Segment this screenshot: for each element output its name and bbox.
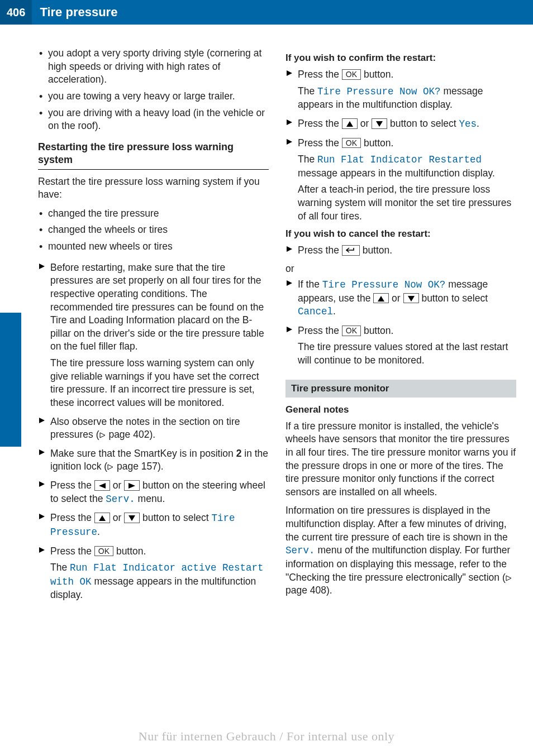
svg-marker-18 <box>287 280 292 286</box>
display-message: Tire Pressure Now OK? <box>317 86 441 97</box>
xref-icon <box>99 428 106 442</box>
follow-text: The <box>298 154 317 165</box>
page-header: 406 Tire pressure <box>0 0 533 25</box>
step-text: Before restarting, make sure that the ti… <box>50 262 264 352</box>
triangle-icon <box>39 418 45 423</box>
step-item: Press the OK button. The Run Flat Indica… <box>285 137 516 223</box>
triangle-icon <box>287 70 292 76</box>
step-text: button to select <box>419 293 488 304</box>
step-text: or <box>110 480 124 491</box>
svg-marker-5 <box>39 481 45 487</box>
up-arrow-button-icon <box>373 293 389 304</box>
heading-confirm: If you wish to confirm the restart: <box>285 52 516 64</box>
triangle-icon <box>39 264 45 269</box>
menu-name: Serv. <box>106 494 135 505</box>
down-arrow-button-icon <box>372 118 387 129</box>
svg-marker-16 <box>287 139 292 145</box>
display-message: Yes <box>459 118 477 130</box>
svg-marker-12 <box>287 70 292 76</box>
watermark: Nur für internen Gebrauch / For internal… <box>0 729 533 744</box>
cancel-step-list-2: If the Tire Pressure Now OK? message app… <box>285 278 516 367</box>
step-text: . <box>333 305 336 317</box>
step-text: or <box>110 512 124 523</box>
step-text: Press the <box>298 137 342 149</box>
step-item: Press the OK button. The Tire Pressure N… <box>285 68 516 112</box>
step-follow: The tire pressure loss warning system ca… <box>50 357 269 410</box>
svg-marker-8 <box>39 514 45 519</box>
p2-text: Information on tire pressures is display… <box>285 505 508 542</box>
list-item: you are driving with a heavy load (in th… <box>38 107 269 133</box>
step-item: Press the or button to select Yes. <box>285 117 516 131</box>
step-text: Press the <box>50 512 94 523</box>
back-button-icon <box>342 245 360 256</box>
step-text: button to select <box>140 512 211 523</box>
right-column: If you wish to confirm the restart: Pres… <box>285 47 516 607</box>
svg-marker-10 <box>129 515 135 521</box>
step-list: Before restarting, make sure that the ti… <box>38 261 269 602</box>
svg-marker-15 <box>376 121 383 127</box>
list-item: changed the wheels or tires <box>38 223 269 237</box>
step-text: or <box>389 293 403 304</box>
list-item: you adopt a very sporty driving style (c… <box>38 47 269 87</box>
step-follow: After a teach-in period, the tire pressu… <box>298 183 516 223</box>
step-text: button. <box>361 325 393 336</box>
confirm-step-list: Press the OK button. The Tire Pressure N… <box>285 68 516 223</box>
ok-button-icon: OK <box>342 138 361 149</box>
step-text: Make sure that the SmartKey is in positi… <box>50 448 236 459</box>
step-text: button. <box>361 137 393 149</box>
triangle-icon <box>287 246 292 252</box>
svg-marker-19 <box>378 296 384 302</box>
step-text: button. <box>361 69 393 80</box>
triangle-icon <box>39 481 45 487</box>
list-item: mounted new wheels or tires <box>38 240 269 253</box>
restart-bullet-list: changed the tire pressure changed the wh… <box>38 207 269 253</box>
page-number: 406 <box>0 0 32 25</box>
cancel-step-list: Press the button. <box>285 244 516 257</box>
content-area: you adopt a very sporty driving style (c… <box>0 25 533 607</box>
step-follow: The tire pressure values stored at the l… <box>298 341 516 367</box>
follow-text: message appears in the multifunction dis… <box>298 168 495 179</box>
step-text: button to select <box>387 118 459 129</box>
svg-marker-11 <box>39 547 45 553</box>
follow-text: The <box>50 562 70 573</box>
step-text: menu. <box>135 493 165 504</box>
svg-marker-4 <box>108 465 113 470</box>
step-item: Press the OK button. The tire pressure v… <box>285 324 516 367</box>
step-item: Press the button. <box>285 244 516 257</box>
triangle-icon <box>39 449 45 455</box>
xref-icon <box>506 571 512 585</box>
svg-marker-0 <box>39 264 45 269</box>
svg-marker-3 <box>39 449 45 455</box>
heading-cancel: If you wish to cancel the restart: <box>285 228 516 240</box>
step-text: Press the <box>298 118 342 129</box>
step-item: Press the OK button. The Run Flat Indica… <box>38 545 269 602</box>
xref-icon <box>107 460 114 473</box>
general-p1: If a tire pressure monitor is installed,… <box>285 420 516 499</box>
svg-marker-6 <box>99 483 106 489</box>
step-text: page 402). <box>106 429 156 440</box>
right-arrow-button-icon <box>124 480 140 491</box>
triangle-icon <box>287 327 292 332</box>
svg-marker-21 <box>287 327 292 332</box>
step-follow: The Run Flat Indicator Restarted message… <box>298 153 516 180</box>
list-item: you are towing a very heavy or large tra… <box>38 90 269 103</box>
side-label: Wheels and tires <box>4 349 19 447</box>
svg-marker-9 <box>99 515 106 521</box>
svg-marker-1 <box>39 418 45 423</box>
svg-marker-14 <box>346 121 353 127</box>
step-bold: 2 <box>236 448 242 459</box>
triangle-icon <box>39 547 45 553</box>
step-item: Also observe the notes in the section on… <box>38 415 269 442</box>
step-item: If the Tire Pressure Now OK? message app… <box>285 278 516 319</box>
follow-text: The <box>298 85 317 97</box>
ok-button-icon: OK <box>94 546 113 557</box>
step-text: button. <box>360 245 392 256</box>
svg-marker-7 <box>129 483 135 489</box>
display-message: Cancel <box>298 306 333 317</box>
step-item: Make sure that the SmartKey is in positi… <box>38 447 269 473</box>
down-arrow-button-icon <box>124 513 140 523</box>
display-message: Run Flat Indicator Restarted <box>317 154 482 165</box>
step-text: Press the <box>298 245 342 256</box>
p2-text: menu of the multifunction display. For f… <box>285 544 510 582</box>
triangle-icon <box>287 119 292 125</box>
